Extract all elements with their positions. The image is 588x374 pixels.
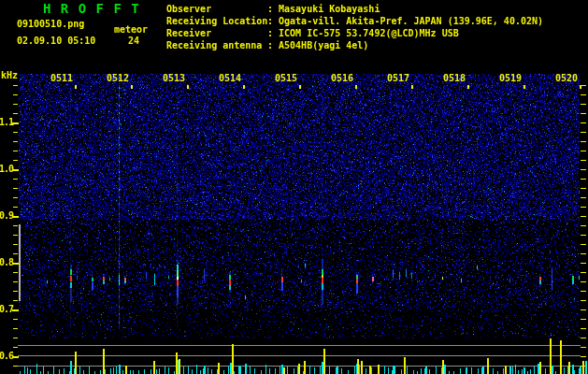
antenna-label: Receiving antenna (166, 40, 262, 51)
location-value: : Ogata-vill. Akita-Pref. JAPAN (139.96E… (267, 16, 543, 27)
freq-tick-label: 0.8 (0, 257, 13, 268)
minute-tick-label: 0518 (442, 73, 466, 84)
minute-tick-label: 0517 (386, 73, 409, 84)
datetime-label: 02.09.10 05:10 (17, 36, 95, 47)
freq-tick-label: 0.7 (0, 304, 13, 315)
freq-tick-label: 1.1 (0, 117, 13, 128)
hrofft-screen: H R O F F T 09100510.png meteor 02.09.10… (0, 0, 588, 374)
minute-tick-label: 0519 (498, 73, 522, 84)
receiver-value: : ICOM IC-575 53.7492(@LCD)MHz USB (267, 28, 459, 39)
location-label: Receiving Location (166, 16, 267, 27)
freq-tick-label: 0.6 (0, 351, 13, 362)
yaxis-unit-label: kHz (1, 70, 18, 81)
observer-value: : Masayuki Kobayashi (267, 4, 380, 15)
minute-tick-label: 0513 (162, 73, 185, 84)
filename-label: 09100510.png (17, 19, 84, 30)
antenna-value: : A504HB(yagi 4el) (267, 40, 368, 51)
spectrogram-canvas (0, 0, 588, 374)
minute-tick-label: 0514 (218, 73, 241, 84)
minute-tick-label: 0515 (274, 73, 297, 84)
minute-tick-label: 0511 (50, 73, 73, 84)
freq-tick-label: 1.0 (0, 164, 13, 175)
observer-label: Observer (166, 4, 211, 15)
minute-tick-label: 0516 (330, 73, 353, 84)
receiver-label: Receiver (166, 28, 211, 39)
freq-tick-label: 0.9 (0, 210, 13, 222)
minute-tick-label: 0520 (554, 73, 578, 84)
app-title: H R O F F T (43, 2, 140, 16)
echo-count-label: 24 (128, 36, 139, 47)
mode-label: meteor (114, 24, 148, 36)
minute-tick-label: 0512 (106, 73, 129, 84)
